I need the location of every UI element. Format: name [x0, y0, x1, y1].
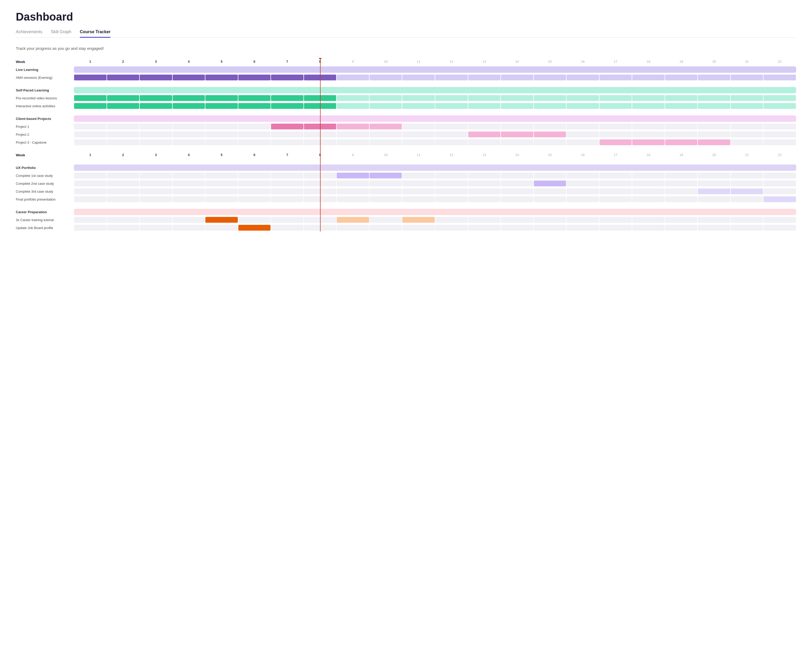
- task-label: Complete 3rd case study: [16, 189, 74, 193]
- week-num-21: 21: [731, 153, 763, 157]
- section-label-career-prep: Career Preparation: [16, 210, 74, 214]
- week-num-12: 12: [435, 153, 468, 157]
- task-row-client-projects: Project 1: [16, 123, 796, 130]
- week-num-4: 4: [173, 60, 205, 64]
- task-row-live-learning: AMA sessions (Evening): [16, 74, 796, 81]
- week-header-row: Week12345678910111213141516171819202122: [16, 58, 796, 65]
- task-label: Pre-recorded video lessons: [16, 96, 74, 100]
- task-label: Project 2: [16, 133, 74, 137]
- week-num-6: 6: [238, 60, 271, 64]
- week-num-1: 1: [74, 60, 107, 64]
- week-label: Week: [16, 153, 74, 157]
- week-num-9: 9: [337, 153, 369, 157]
- week-num-19: 19: [665, 153, 698, 157]
- week-num-10: 10: [369, 153, 402, 157]
- week-num-22: 22: [763, 153, 796, 157]
- week-num-2: 2: [107, 60, 140, 64]
- task-label: 3x Career training tutorial: [16, 218, 74, 222]
- task-label: Interactive online activities: [16, 104, 74, 108]
- week-num-22: 22: [763, 60, 796, 64]
- week-num-4: 4: [173, 153, 205, 157]
- section-label-live-learning: Live Learning: [16, 68, 74, 72]
- week-num-13: 13: [468, 153, 501, 157]
- section-bg-career-prep: [74, 209, 796, 215]
- week-num-21: 21: [731, 60, 763, 64]
- gantt-chart: Week12345678910111213141516171819202122L…: [16, 58, 796, 232]
- section-bg-ux-portfolio: [74, 164, 796, 171]
- subtitle: Track your progress as you go and stay e…: [16, 46, 796, 51]
- week-num-16: 16: [566, 153, 599, 157]
- week-num-5: 5: [205, 153, 238, 157]
- task-row-self-paced: Interactive online activities: [16, 102, 796, 110]
- section-label-ux-portfolio: UX Portfolio: [16, 166, 74, 170]
- section-bg-client-projects: [74, 115, 796, 122]
- week-num-15: 15: [534, 153, 567, 157]
- week-num-17: 17: [599, 153, 632, 157]
- week-num-10: 10: [369, 60, 402, 64]
- week-num-15: 15: [534, 60, 567, 64]
- section-row-ux-portfolio: UX Portfolio: [16, 164, 796, 171]
- task-row-career-prep: 3x Career training tutorial: [16, 216, 796, 223]
- section-bg-self-paced: [74, 87, 796, 93]
- week-num-7: 7: [271, 153, 304, 157]
- task-row-ux-portfolio: Complete 1st case study: [16, 172, 796, 179]
- tab-achievements[interactable]: Achievements: [16, 29, 42, 38]
- tab-course-tracker[interactable]: Course Tracker: [80, 29, 111, 38]
- week-num-16: 16: [566, 60, 599, 64]
- task-row-self-paced: Pre-recorded video lessons: [16, 94, 796, 102]
- gantt-wrapper: Week12345678910111213141516171819202122L…: [16, 58, 796, 232]
- week-num-19: 19: [665, 60, 698, 64]
- page-title: Dashboard: [16, 10, 796, 23]
- task-label: Complete 2nd case study: [16, 182, 74, 186]
- week-num-9: 9: [337, 60, 369, 64]
- week-num-18: 18: [632, 153, 665, 157]
- section-row-live-learning: Live Learning: [16, 66, 796, 73]
- task-label: Project 3 - Capstone: [16, 140, 74, 144]
- week-num-3: 3: [139, 153, 173, 157]
- tab-bar: Achievements Skill Graph Course Tracker: [16, 29, 796, 38]
- week-num-1: 1: [74, 153, 107, 157]
- week-num-5: 5: [205, 60, 238, 64]
- task-row-client-projects: Project 3 - Capstone: [16, 139, 796, 146]
- task-label: Update Job Board profile: [16, 226, 74, 230]
- task-label: AMA sessions (Evening): [16, 76, 74, 80]
- week-num-14: 14: [501, 153, 534, 157]
- week-num-14: 14: [501, 60, 534, 64]
- week-num-17: 17: [599, 60, 632, 64]
- section-row-client-projects: Client-based Projects: [16, 115, 796, 122]
- week-num-13: 13: [468, 60, 501, 64]
- week-num-11: 11: [402, 153, 435, 157]
- section-row-career-prep: Career Preparation: [16, 208, 796, 216]
- task-label: Complete 1st case study: [16, 174, 74, 178]
- week-num-11: 11: [402, 60, 435, 64]
- week-num-3: 3: [139, 60, 173, 64]
- week-num-7: 7: [271, 60, 304, 64]
- week-num-12: 12: [435, 60, 468, 64]
- task-row-ux-portfolio: Complete 2nd case study: [16, 180, 796, 187]
- section-row-self-paced: Self-Paced Learning: [16, 86, 796, 94]
- section-label-client-projects: Client-based Projects: [16, 117, 74, 121]
- gantt-inner: Week12345678910111213141516171819202122L…: [16, 58, 796, 232]
- task-label: Final portfolio presentation: [16, 198, 74, 201]
- week-num-18: 18: [632, 60, 665, 64]
- section-bg-live-learning: [74, 66, 796, 73]
- task-label: Project 1: [16, 125, 74, 129]
- week-header-row: Week12345678910111213141516171819202122: [16, 151, 796, 159]
- task-row-ux-portfolio: Final portfolio presentation: [16, 196, 796, 203]
- week-num-20: 20: [698, 60, 731, 64]
- tab-skill-graph[interactable]: Skill Graph: [51, 29, 71, 38]
- task-row-career-prep: Update Job Board profile: [16, 224, 796, 232]
- section-label-self-paced: Self-Paced Learning: [16, 88, 74, 92]
- week-label: Week: [16, 60, 74, 64]
- task-row-client-projects: Project 2: [16, 131, 796, 138]
- week-num-8: 8: [304, 153, 337, 157]
- week-num-2: 2: [107, 153, 140, 157]
- week-num-8: 8: [304, 60, 337, 64]
- week-num-6: 6: [238, 153, 271, 157]
- task-row-ux-portfolio: Complete 3rd case study: [16, 188, 796, 195]
- week-num-20: 20: [698, 153, 731, 157]
